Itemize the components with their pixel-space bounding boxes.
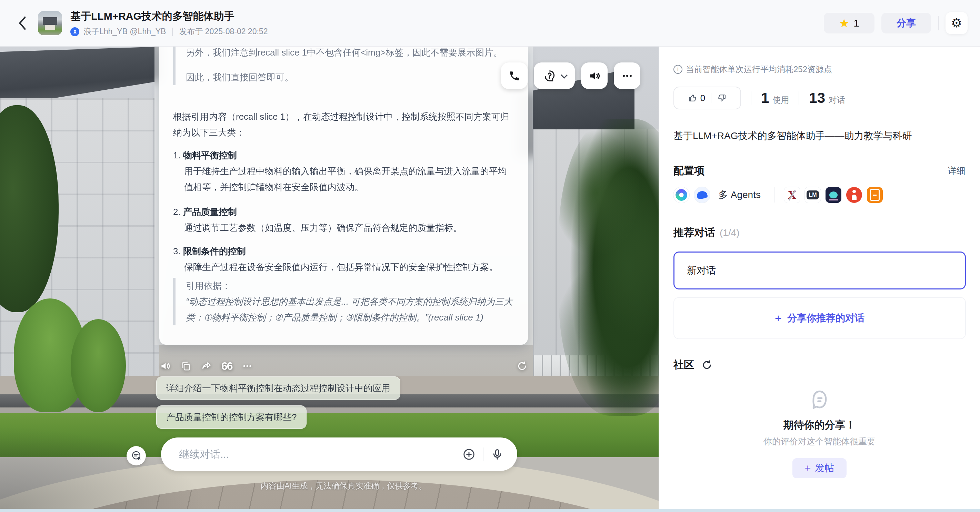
community-empty-state: 期待你的分享！ 你的评价对这个智能体很重要 + 发帖	[673, 388, 966, 478]
chat-input[interactable]	[179, 448, 461, 460]
usage-label: 使用	[772, 94, 789, 105]
copy-icon[interactable]	[180, 360, 192, 372]
page-title: 基于LLM+RAG技术的多智能体助手	[70, 9, 267, 24]
empty-state-title: 期待你的分享！	[673, 418, 966, 432]
citation-text: “动态过程控制设计思想的基本出发点是... 可把各类不同方案的控制系统归纳为三大…	[186, 293, 514, 325]
share-chat-button[interactable]: + 分享你推荐的对话	[673, 297, 966, 339]
ai-disclaimer: 内容由AI生成，无法确保真实准确，仅供参考。	[154, 481, 533, 491]
suggested-prompt[interactable]: 产品质量控制的控制方案有哪些?	[156, 405, 307, 429]
mic-icon[interactable]	[490, 447, 505, 462]
recommend-title: 推荐对话	[673, 226, 715, 240]
community-header: 社区	[673, 358, 966, 372]
info-panel: i 当前智能体单次运行平均消耗252资源点 0 1 使用 13	[659, 46, 980, 509]
list-item-title: 物料平衡控制	[183, 150, 237, 160]
usage-stat: 1 使用	[761, 90, 789, 106]
orange-doc-plugin-icon	[867, 187, 883, 203]
agent-page: 基于LLM+RAG技术的多智能体助手 浪子Lhh_YB @Lhh_YB 发布于 …	[0, 0, 980, 512]
usage-value: 1	[761, 90, 769, 106]
phone-icon	[509, 70, 520, 82]
list-item-desc: 用于维持生产过程中物料的输入输出平衡，确保离开某点的流量与进入流量的平均值相等，…	[173, 163, 514, 195]
floating-actions	[501, 62, 640, 89]
refresh-icon[interactable]	[701, 359, 713, 371]
voice-call-button[interactable]	[501, 62, 528, 89]
suggested-prompt[interactable]: 详细介绍一下物料平衡控制在动态过程控制设计中的应用	[156, 376, 400, 400]
community-title: 社区	[673, 358, 694, 372]
list-item-title: 产品质量控制	[183, 207, 237, 217]
thumbs-down-button[interactable]	[717, 93, 727, 103]
chats-label: 对话	[829, 94, 845, 105]
assistant-message: 另外，我们注意到recall slice 1中不包含任何<img>标签，因此不需…	[159, 46, 528, 345]
citation-quote: 引用依据： “动态过程控制设计思想的基本出发点是... 可把各类不同方案的控制系…	[173, 278, 514, 325]
list-item-desc: 通过调节工艺参数（如温度、压力等）确保产品符合规定的质量指标。	[173, 220, 514, 236]
stat-divider	[799, 91, 799, 105]
input-divider	[483, 448, 484, 461]
chat-bubble-icon	[807, 388, 832, 413]
more-actions-button[interactable]	[614, 62, 640, 89]
author-name[interactable]: 浪子Lhh_YB @Lhh_YB	[83, 26, 166, 37]
answer-intro: 根据引用内容（recall slice 1），在动态过程控制设计中，控制系统按照…	[173, 108, 514, 140]
top-bar: 基于LLM+RAG技术的多智能体助手 浪子Lhh_YB @Lhh_YB 发布于 …	[0, 0, 980, 46]
meta-divider	[172, 28, 173, 36]
config-header: 配置项 详细	[673, 164, 966, 178]
star-count: 1	[853, 17, 859, 29]
new-chat-button[interactable]	[127, 446, 146, 466]
author-meta: 浪子Lhh_YB @Lhh_YB 发布于 2025-08-02 20:52	[70, 26, 267, 37]
share-forward-icon[interactable]	[201, 360, 212, 372]
photo-tree-bright-2	[71, 319, 126, 412]
quote-icon[interactable]: 66	[221, 360, 232, 372]
chats-value: 13	[809, 90, 825, 106]
speaker-icon	[588, 70, 601, 82]
more-icon[interactable]	[241, 360, 253, 372]
doubao-swirl-icon	[673, 187, 689, 203]
publish-date: 发布于 2025-08-02 20:52	[179, 26, 267, 37]
thumbs-down-icon	[717, 93, 727, 103]
stats-row: 0 1 使用 13 对话	[673, 86, 966, 109]
new-chat-icon	[131, 450, 142, 461]
list-item-number: 2.	[173, 207, 181, 217]
share-chat-label: 分享你推荐的对话	[787, 311, 864, 325]
settings-button[interactable]: ⚙	[945, 12, 967, 34]
thumbs-up-icon	[688, 93, 698, 103]
thinking-paragraph: 因此，我们直接回答即可。	[186, 69, 514, 85]
post-label: 发帖	[815, 462, 834, 475]
recommend-count: (1/4)	[720, 227, 740, 238]
citation-label: 引用依据：	[186, 278, 514, 293]
user-badge-icon	[70, 27, 79, 36]
info-icon: i	[673, 65, 682, 74]
brain-icon	[543, 69, 556, 83]
list-item: 3. 限制条件的控制 保障生产过程在设备安全限值内运行，包括异常情况下的安全保护…	[173, 243, 514, 275]
chats-stat: 13 对话	[809, 90, 845, 106]
title-block: 基于LLM+RAG技术的多智能体助手 浪子Lhh_YB @Lhh_YB 发布于 …	[70, 9, 267, 37]
header-actions: ★ 1 分享 ⚙	[824, 12, 967, 34]
star-button[interactable]: ★ 1	[824, 13, 875, 33]
vote-box: 0	[673, 86, 741, 109]
recommend-header: 推荐对话 (1/4)	[673, 226, 966, 240]
back-button[interactable]	[13, 14, 32, 32]
thinking-paragraph: 另外，我们注意到recall slice 1中不包含任何<img>标签，因此不需…	[186, 46, 514, 61]
resource-note: i 当前智能体单次运行平均消耗252资源点	[673, 64, 966, 75]
config-divider	[774, 187, 775, 203]
config-title: 配置项	[673, 164, 705, 178]
post-button[interactable]: + 发帖	[792, 458, 847, 478]
thinking-quote: 另外，我们注意到recall slice 1中不包含任何<img>标签，因此不需…	[173, 46, 514, 85]
regenerate-icon[interactable]	[516, 360, 528, 372]
thinking-mode-button[interactable]	[534, 62, 575, 89]
chevron-down-icon	[561, 72, 568, 78]
thumbs-up-button[interactable]: 0	[688, 93, 705, 104]
recommended-chat-card[interactable]: 新对话	[673, 252, 966, 289]
list-item-number: 1.	[173, 150, 181, 160]
chat-stage: 另外，我们注意到recall slice 1中不包含任何<img>标签，因此不需…	[0, 46, 659, 509]
config-detail-link[interactable]: 详细	[948, 165, 966, 177]
resource-note-text: 当前智能体单次运行平均消耗252资源点	[686, 64, 832, 75]
list-item-desc: 保障生产过程在设备安全限值内运行，包括异常情况下的安全保护性控制方案。	[173, 259, 514, 275]
lm-plugin-icon: LM	[805, 187, 821, 203]
read-aloud-icon[interactable]	[159, 360, 171, 372]
plus-icon: +	[805, 462, 811, 474]
speaker-button[interactable]	[581, 62, 608, 89]
x-plugin-icon: X	[784, 187, 800, 203]
message-toolbar: 66	[159, 356, 528, 376]
teapot-plugin-icon	[826, 187, 842, 203]
attach-plus-icon[interactable]	[461, 447, 477, 462]
share-button[interactable]: 分享	[881, 13, 931, 33]
star-icon: ★	[839, 17, 849, 29]
